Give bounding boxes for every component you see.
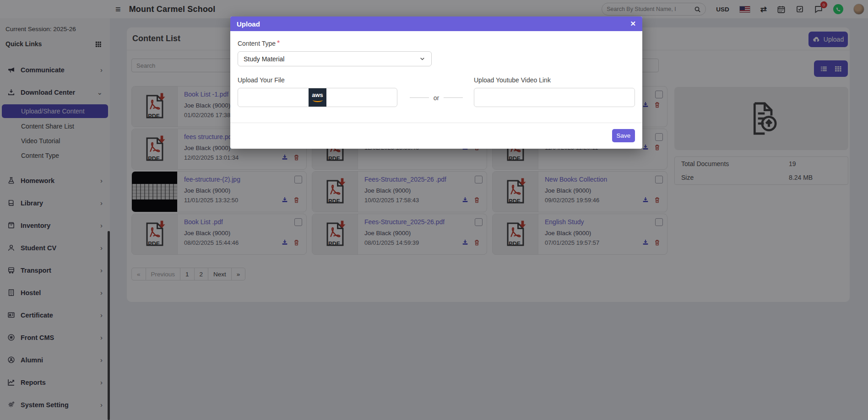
youtube-link-label: Upload Youtube Video Link xyxy=(474,76,635,84)
content-type-select[interactable]: Study Material xyxy=(238,51,432,66)
youtube-link-input[interactable] xyxy=(474,88,635,107)
aws-icon[interactable]: aws xyxy=(309,88,326,107)
chevron-down-icon xyxy=(419,55,426,62)
or-divider: or xyxy=(399,76,474,107)
upload-file-label: Upload Your File xyxy=(238,76,399,84)
required-asterisk: * xyxy=(277,39,280,47)
save-button[interactable]: Save xyxy=(612,129,635,142)
modal-title: Upload xyxy=(237,20,630,28)
content-type-label: Content Type xyxy=(238,40,276,47)
upload-modal: Upload ✕ Content Type* Study Material Up… xyxy=(230,16,642,149)
close-icon[interactable]: ✕ xyxy=(630,20,636,28)
